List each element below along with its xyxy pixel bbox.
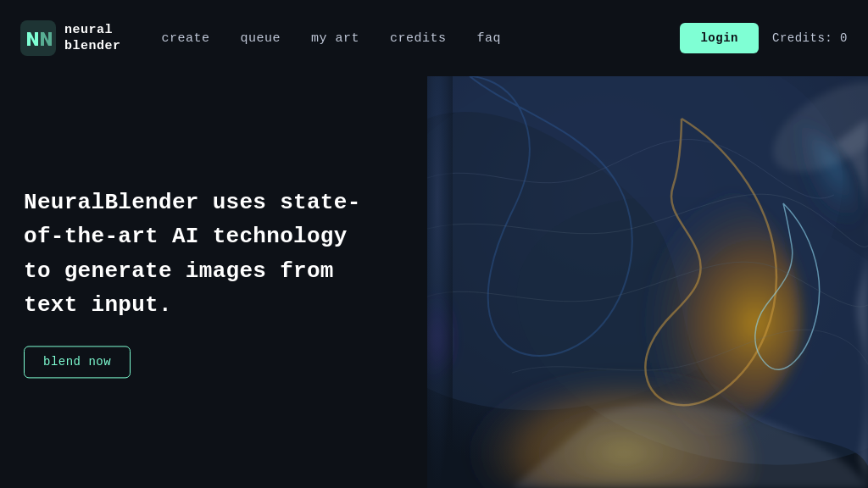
hero-section: NeuralBlender uses state-of-the-art AI t… [0,76,868,488]
svg-rect-5 [427,76,453,488]
nav-item-queue[interactable]: queue [241,31,281,46]
logo[interactable]: neural blender [20,20,121,56]
nav-item-credits[interactable]: credits [390,31,447,46]
hero-art [427,76,868,488]
logo-text: neural blender [64,22,121,55]
hero-art-svg [427,76,868,488]
credits-display: Credits: 0 [772,31,848,45]
login-button[interactable]: login [680,23,759,53]
navbar: neural blender create queue my art credi… [0,0,868,76]
blend-now-button[interactable]: blend now [24,347,131,379]
logo-icon [20,20,56,56]
nav-item-create[interactable]: create [162,31,210,46]
hero-content: NeuralBlender uses state-of-the-art AI t… [24,186,380,378]
hero-title: NeuralBlender uses state-of-the-art AI t… [24,186,380,322]
nav-item-faq[interactable]: faq [477,31,502,46]
nav-links: create queue my art credits faq [162,31,654,46]
nav-right: login Credits: 0 [680,23,848,53]
nav-item-my-art[interactable]: my art [311,31,359,46]
